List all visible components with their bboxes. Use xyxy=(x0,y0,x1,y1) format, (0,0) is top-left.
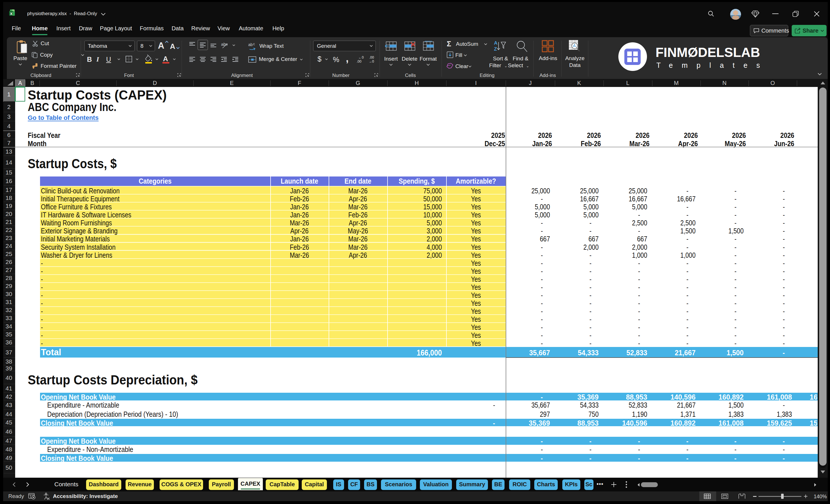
svg-text:A: A xyxy=(158,41,164,51)
svg-text:ab: ab xyxy=(248,42,253,47)
svg-text:→0: →0 xyxy=(369,60,374,63)
svg-text:A: A xyxy=(170,42,175,51)
svg-text:.00: .00 xyxy=(357,60,361,63)
svg-text:Z: Z xyxy=(494,46,497,52)
svg-text:←0: ←0 xyxy=(358,56,364,60)
svg-text:A: A xyxy=(494,40,498,46)
svg-text:c: c xyxy=(253,42,255,46)
svg-text:.00: .00 xyxy=(369,56,374,60)
svg-text:x: x xyxy=(10,11,12,16)
